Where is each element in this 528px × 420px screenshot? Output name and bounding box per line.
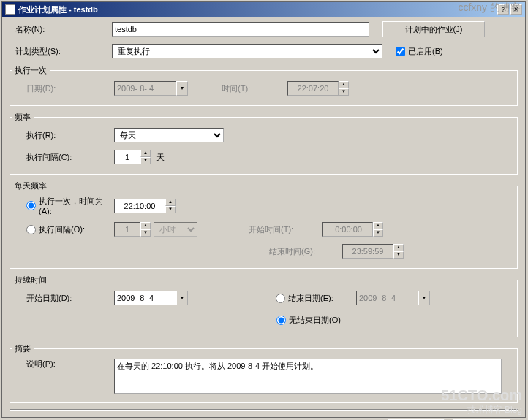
window-controls: ? ✕ — [497, 4, 522, 15]
titlebar: ▦ 作业计划属性 - testdb ? ✕ — [2, 2, 525, 17]
occurs-every-radio-wrap[interactable]: 执行间隔(O): — [12, 224, 114, 235]
spin-up-icon: ▲ — [373, 222, 383, 229]
recurs-every-spinner[interactable]: ▲▼ — [114, 150, 151, 164]
help-button[interactable]: ? — [497, 4, 509, 15]
spin-down-icon: ▼ — [140, 229, 151, 237]
occurs-every-input — [114, 222, 140, 237]
start-date-label: 开始日期(D): — [12, 293, 114, 304]
description-textarea: 在每天的 22:10:00 执行。将从 2009-8-4 开始使用计划。 — [114, 359, 502, 394]
occurs-select[interactable]: 每天 — [114, 128, 224, 142]
spin-up-icon[interactable]: ▲ — [140, 150, 151, 157]
once-date-dropdown-icon: ▾ — [176, 81, 188, 96]
end-date-label: 结束日期(E): — [288, 293, 333, 304]
frequency-legend: 频率 — [12, 112, 34, 123]
start-time-spinner: ▲▼ — [322, 222, 383, 237]
close-button[interactable]: ✕ — [510, 4, 522, 15]
once-time-field: ▲▼ — [287, 81, 349, 96]
once-date-input — [114, 81, 176, 96]
schedule-type-label: 计划类型(S): — [10, 46, 112, 57]
start-date-input[interactable] — [114, 291, 176, 305]
end-date-dropdown-icon: ▾ — [418, 291, 430, 305]
daily-frequency-legend: 每天频率 — [12, 180, 50, 191]
days-suffix: 天 — [156, 152, 165, 163]
occurs-once-time-spinner[interactable]: ▲▼ — [114, 199, 176, 213]
enabled-checkbox[interactable] — [396, 47, 405, 56]
dialog-window: ▦ 作业计划属性 - testdb ? ✕ 名称(N): 计划中的作业(J) 计… — [1, 1, 526, 418]
occurs-every-label: 执行间隔(O): — [39, 224, 85, 235]
dialog-content: 名称(N): 计划中的作业(J) 计划类型(S): 重复执行 已启用(B) 执行… — [2, 17, 525, 420]
spin-down-icon[interactable]: ▼ — [140, 157, 151, 164]
frequency-group: 频率 执行(R): 每天 执行间隔(C): ▲▼ 天 — [10, 112, 518, 175]
occurs-every-unit-select: 小时 — [154, 222, 197, 237]
spin-up-icon: ▲ — [393, 244, 404, 251]
spin-up-icon[interactable]: ▲ — [165, 199, 176, 206]
separator — [10, 409, 518, 411]
no-end-date-radio[interactable] — [276, 316, 286, 325]
footer-buttons: 确定 取消 — [10, 416, 518, 420]
end-date-input — [356, 291, 418, 305]
end-time-label: 结束时间(G): — [269, 246, 342, 257]
run-once-legend: 执行一次 — [12, 65, 50, 76]
end-date-radio-wrap[interactable]: 结束日期(E): — [276, 293, 356, 304]
spin-down-icon[interactable]: ▼ — [165, 206, 176, 213]
end-date-radio[interactable] — [276, 294, 285, 303]
summary-group: 摘要 说明(P): 在每天的 22:10:00 执行。将从 2009-8-4 开… — [10, 343, 518, 403]
enabled-checkbox-wrap[interactable]: 已启用(B) — [396, 46, 443, 57]
occurs-once-label: 执行一次，时间为(A): — [39, 196, 114, 215]
run-once-group: 执行一次 日期(D): ▾ 时间(T): ▲▼ — [10, 65, 518, 106]
summary-legend: 摘要 — [12, 343, 34, 354]
occurs-every-radio[interactable] — [26, 225, 36, 234]
spin-up-icon: ▲ — [339, 81, 349, 88]
end-date-field: ▾ — [356, 291, 430, 305]
name-label: 名称(N): — [10, 24, 112, 35]
end-time-input — [342, 244, 393, 259]
recurs-every-input[interactable] — [114, 150, 140, 164]
occurs-every-spinner: ▲▼ — [114, 222, 151, 237]
start-date-field[interactable]: ▾ — [114, 291, 188, 305]
once-date-label: 日期(D): — [12, 83, 114, 94]
schedule-type-select[interactable]: 重复执行 — [112, 44, 382, 58]
name-input[interactable] — [112, 22, 369, 37]
no-end-date-radio-wrap[interactable]: 无结束日期(O) — [276, 315, 341, 326]
window-title: 作业计划属性 - testdb — [18, 4, 497, 15]
duration-group: 持续时间 开始日期(D): ▾ 结束日期(E): ▾ — [10, 275, 518, 337]
occurs-label: 执行(R): — [12, 130, 114, 141]
start-time-label: 开始时间(T): — [249, 224, 322, 235]
window-icon: ▦ — [5, 4, 15, 15]
spin-down-icon: ▼ — [373, 229, 383, 237]
occurs-once-radio[interactable] — [26, 201, 36, 210]
occurs-once-time-input[interactable] — [114, 199, 165, 213]
start-time-input — [322, 222, 373, 237]
spin-up-icon: ▲ — [140, 222, 151, 229]
daily-frequency-group: 每天频率 执行一次，时间为(A): ▲▼ 执行间隔(O): ▲▼ — [10, 180, 518, 269]
enabled-label: 已启用(B) — [408, 46, 443, 57]
once-time-input — [287, 81, 339, 96]
spin-down-icon: ▼ — [393, 251, 404, 259]
no-end-date-label: 无结束日期(O) — [289, 315, 341, 326]
occurs-once-radio-wrap[interactable]: 执行一次，时间为(A): — [12, 196, 114, 215]
duration-legend: 持续时间 — [12, 275, 50, 286]
once-time-label: 时间(T): — [222, 83, 287, 94]
end-time-spinner: ▲▼ — [342, 244, 404, 259]
spin-down-icon: ▼ — [339, 88, 349, 96]
once-date-field: ▾ — [114, 81, 188, 96]
jobs-in-schedule-button[interactable]: 计划中的作业(J) — [382, 21, 485, 37]
recurs-every-label: 执行间隔(C): — [12, 152, 114, 163]
start-date-dropdown-icon[interactable]: ▾ — [176, 291, 188, 305]
description-label: 说明(P): — [12, 359, 114, 370]
